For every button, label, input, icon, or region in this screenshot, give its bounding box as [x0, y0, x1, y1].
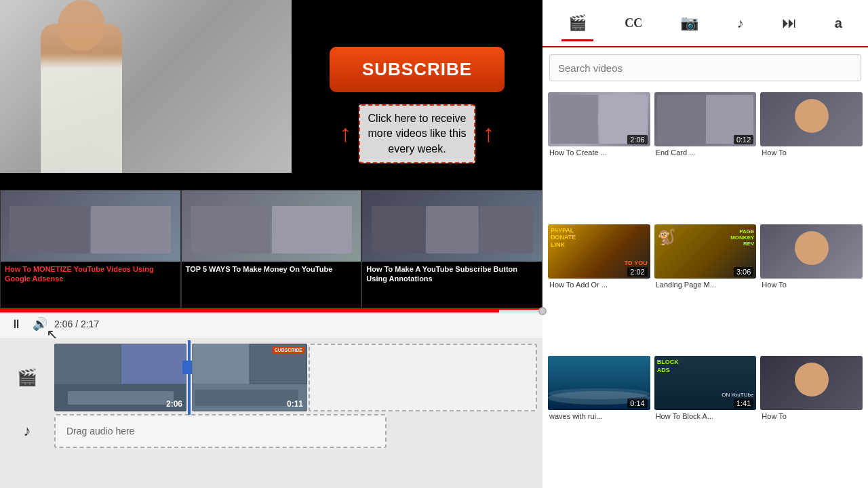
grid-thumb-title-1: How To Create ...: [548, 146, 650, 159]
grid-thumb-title-2: End Card ...: [654, 146, 757, 159]
screenshot-tab-icon: 📷: [680, 14, 698, 32]
grid-thumb-title-7: waves with rui...: [548, 410, 650, 422]
grid-thumb-3: [760, 92, 863, 146]
related-thumb-3[interactable]: How To Make A YouTube Subscribe Button U…: [361, 190, 542, 308]
grid-item-8[interactable]: BLOCKADS ON YouTUbe 1:41 How To Block A.…: [654, 356, 757, 484]
grid-thumb-duration-4: 2:02: [627, 267, 647, 277]
tab-screenshot[interactable]: 📷: [673, 10, 705, 36]
subscribe-description: Click here to receivemore videos like th…: [359, 104, 476, 163]
empty-clip-zone: [309, 344, 537, 411]
clip-1-sub-a: [54, 344, 121, 384]
progress-bar-fill: [0, 310, 499, 312]
grid-thumb-duration-5: 3:06: [734, 267, 753, 277]
subscribe-overlay: SUBSCRIBE ↑ Click here to receivemore vi…: [312, 14, 522, 197]
grid-thumb-6: [760, 224, 863, 279]
arrow-left-icon: ↑: [340, 119, 352, 148]
grid-item-6[interactable]: How To: [760, 224, 863, 352]
grid-thumb-title-5: Landing Page M...: [654, 279, 757, 291]
music-tab-icon: ♪: [736, 16, 743, 31]
clip-1-inner: [54, 344, 186, 384]
video-frame-bg: [0, 0, 292, 173]
grid-thumb-4: PAYPALDONATELINK TO YOU 2:02: [548, 224, 650, 279]
subscribe-text-area: ↑ Click here to receivemore videos like …: [340, 104, 495, 163]
captions-tab-icon: CC: [625, 16, 642, 30]
grid-thumb-5: 🐒 PAGEMONKEYREV 3:06: [654, 224, 757, 279]
grid-thumb-duration-8: 1:41: [734, 399, 753, 408]
audio-drop-zone[interactable]: Drag audio here: [54, 414, 387, 448]
grid-thumb-duration-2: 0:12: [734, 135, 753, 144]
related-thumbnails: How To MONETIZE YouTube Videos Using Goo…: [0, 190, 542, 308]
grid-thumb-title-9: How To: [760, 410, 863, 422]
grid-item-5[interactable]: 🐒 PAGEMONKEYREV 3:06 Landing Page M...: [654, 224, 757, 352]
audio-timeline-row: ♪ Drag audio here: [0, 411, 542, 451]
search-bar-container: [542, 47, 868, 88]
grid-thumb-duration-1: 2:06: [627, 135, 647, 144]
related-thumb-img-1: [1, 190, 180, 262]
related-thumb-img-3: [362, 190, 542, 262]
related-thumb-label-1: How To MONETIZE YouTube Videos Using Goo…: [1, 262, 180, 308]
timeline-clip-1[interactable]: 2:06: [54, 344, 186, 411]
related-thumb-2[interactable]: TOP 5 WAYS To Make Money On YouTube: [181, 190, 362, 308]
progress-dot: [538, 307, 547, 315]
pause-button[interactable]: ⏸: [7, 314, 26, 333]
tab-video[interactable]: 🎬: [561, 10, 593, 36]
tab-skip[interactable]: ⏭: [775, 10, 804, 36]
grid-thumb-7: 0:14: [548, 356, 650, 410]
video-main-frame[interactable]: [0, 0, 292, 173]
grid-thumb-title-8: How To Block A...: [654, 410, 757, 422]
related-thumb-label-2: TOP 5 WAYS To Make Money On YouTube: [182, 262, 361, 308]
skip-tab-icon: ⏭: [782, 14, 797, 32]
related-thumb-label-3: How To Make A YouTube Subscribe Button U…: [362, 262, 542, 308]
timeline-music-icon: ♪: [0, 422, 54, 440]
timeline-clips: 2:06 ✂ SUBSCRIBE 0:11: [54, 344, 542, 411]
timeline-clip-2[interactable]: SUBSCRIBE 0:11: [192, 344, 307, 411]
timeline-camera-icon: 🎬: [0, 368, 54, 387]
tabs-bar: 🎬 CC 📷 ♪ ⏭ a: [542, 0, 868, 47]
grid-thumb-8: BLOCKADS ON YouTUbe 1:41: [654, 356, 757, 410]
text-tab-icon: a: [835, 16, 842, 31]
grid-item-3[interactable]: How To: [760, 92, 863, 220]
grid-item-9[interactable]: How To: [760, 356, 863, 484]
clip-1-duration: 2:06: [166, 399, 182, 409]
grid-item-4[interactable]: PAYPALDONATELINK TO YOU 2:02 How To Add …: [548, 224, 650, 352]
video-grid: 2:06 How To Create ... 0:12 End Card ...…: [542, 88, 868, 488]
clip-2-duration: 0:11: [287, 399, 303, 409]
related-thumb-1[interactable]: How To MONETIZE YouTube Videos Using Goo…: [0, 190, 181, 308]
video-timeline-row: 🎬 2:06 ✂: [0, 338, 542, 411]
volume-icon[interactable]: 🔊: [33, 317, 47, 331]
video-controls: ⏸ 🔊 2:06 / 2:17 ↖: [0, 308, 542, 338]
video-tab-icon: 🎬: [568, 14, 587, 32]
related-thumb-img-2: [182, 190, 361, 262]
grid-item-7[interactable]: 0:14 waves with rui...: [548, 356, 650, 484]
left-panel: SUBSCRIBE ↑ Click here to receivemore vi…: [0, 0, 542, 488]
grid-thumb-title-4: How To Add Or ...: [548, 279, 650, 291]
tab-captions[interactable]: CC: [618, 12, 649, 35]
audio-drop-label: Drag audio here: [66, 426, 134, 436]
clip-divider: ✂: [188, 340, 191, 415]
right-panel: 🎬 CC 📷 ♪ ⏭ a 2:06: [542, 0, 868, 488]
tab-music[interactable]: ♪: [730, 12, 750, 35]
grid-item-2[interactable]: 0:12 End Card ...: [654, 92, 757, 220]
grid-thumb-title-3: How To: [760, 146, 863, 159]
grid-thumb-duration-7: 0:14: [627, 399, 647, 408]
search-input[interactable]: [549, 54, 861, 81]
time-display: 2:06 / 2:17: [54, 319, 99, 329]
progress-bar-container[interactable]: [0, 310, 542, 312]
video-area: SUBSCRIBE ↑ Click here to receivemore vi…: [0, 0, 542, 308]
timeline-area: 🎬 2:06 ✂: [0, 338, 542, 488]
grid-thumb-1: 2:06: [548, 92, 650, 146]
grid-item-1[interactable]: 2:06 How To Create ...: [548, 92, 650, 220]
arrow-right-icon: ↑: [482, 119, 494, 148]
tab-text[interactable]: a: [828, 12, 849, 35]
grid-thumb-9: [760, 356, 863, 410]
grid-thumb-2: 0:12: [654, 92, 757, 146]
clip-1-sub-b: [121, 344, 187, 384]
subscribe-button[interactable]: SUBSCRIBE: [330, 47, 505, 92]
grid-thumb-title-6: How To: [760, 279, 863, 291]
